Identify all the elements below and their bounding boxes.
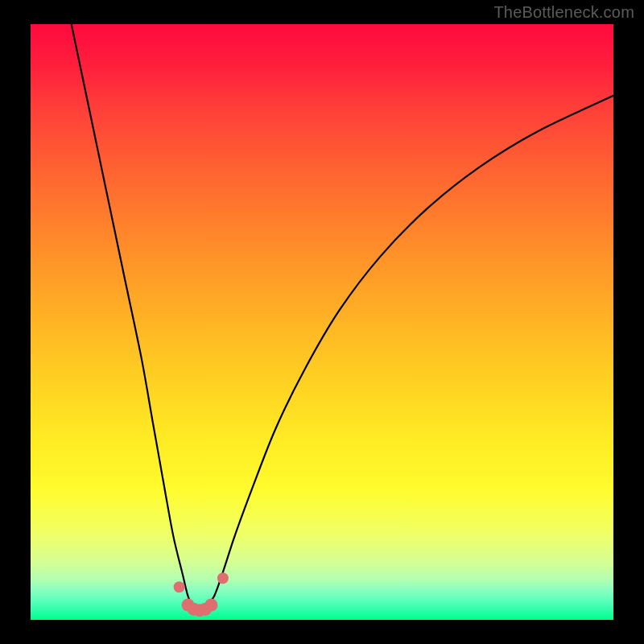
highlight-dots (174, 572, 229, 617)
highlight-dot (174, 581, 185, 592)
curve-layer (31, 24, 613, 620)
highlight-dot (204, 599, 217, 612)
bottleneck-curve (72, 24, 613, 611)
highlight-dot (217, 572, 229, 584)
watermark-text: TheBottleneck.com (493, 3, 634, 22)
chart-frame: TheBottleneck.com (0, 0, 644, 644)
plot-area (31, 24, 613, 620)
